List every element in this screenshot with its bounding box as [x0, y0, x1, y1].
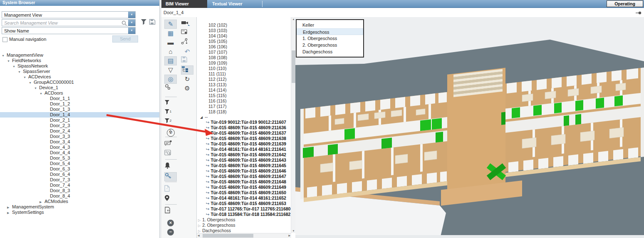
expanded-icon[interactable]: ◢ — [200, 115, 203, 119]
bim-3d-viewport[interactable]: KellerErdgeschoss1. Obergeschoss2. Oberg… — [295, 17, 644, 238]
bell-icon[interactable] — [164, 162, 177, 171]
target-select-icon[interactable]: ◎ — [164, 75, 177, 84]
export-document-icon[interactable] — [164, 207, 177, 216]
list-item[interactable]: 104 (104) — [197, 33, 291, 39]
search-input[interactable]: Search Management View ▼ — [2, 19, 136, 26]
tree-expander-icon[interactable] — [12, 64, 17, 69]
scroll-right-icon[interactable]: ▶ — [288, 234, 290, 237]
list-item[interactable]: 108 (108) — [197, 55, 291, 60]
view-selector-dropdown[interactable]: Management View ▼ — [2, 11, 136, 18]
list-item[interactable]: 109 (109) — [197, 60, 291, 66]
door-link-row[interactable]: ↪Tür-015 48609:Tür-015 48609:211639 — [197, 141, 291, 147]
manual-navigation-checkbox[interactable] — [2, 37, 7, 42]
vertical-scroll-thumb[interactable] — [292, 50, 295, 83]
floor-menu-item[interactable]: 1. Obergeschoss — [297, 35, 363, 42]
door-link-row[interactable]: ↪Tür-018 113584:Tür-018 113584:211682 — [197, 212, 291, 217]
tree-item[interactable]: Door_1_4 — [0, 112, 159, 118]
card-search-icon[interactable] — [164, 150, 177, 159]
door-link-row[interactable]: ↪Tür-015 48609:Tür-015 48609:211650 — [197, 190, 291, 195]
operating-button[interactable]: Operating — [607, 0, 643, 7]
linked-circles-icon[interactable] — [164, 84, 177, 93]
refresh-icon[interactable]: ↻ — [181, 75, 193, 84]
chevron-down-icon[interactable]: ▼ — [128, 20, 135, 26]
floor-menu-item[interactable]: Dachgeschoss — [297, 48, 363, 55]
pin-icon[interactable] — [636, 11, 642, 15]
tree-item[interactable]: Door_2_3 — [0, 123, 159, 128]
floor-menu-item[interactable]: 2. Obergeschoss — [297, 42, 363, 48]
list-item[interactable]: 111 (111) — [197, 71, 291, 77]
tree-expander-icon[interactable] — [2, 53, 7, 58]
collapsed-icon[interactable]: ▷ — [198, 218, 201, 222]
list-item[interactable]: 118 (118) — [197, 109, 291, 115]
tree-item[interactable]: SipassServer — [0, 69, 159, 74]
filter-1-icon[interactable]: 1 — [164, 100, 177, 109]
tree-item[interactable]: Door_6_3 — [0, 166, 159, 172]
floor-menu-item[interactable]: Erdgeschoss — [297, 28, 363, 35]
tree-expander-icon[interactable] — [18, 69, 23, 75]
remove-circle-icon[interactable]: − — [164, 227, 177, 236]
tab-bim-viewer[interactable]: BIM Viewer — [161, 0, 207, 8]
send-button[interactable]: Send — [112, 35, 138, 43]
door-link-row[interactable]: ↪Tür-015 48609:Tür-015 48609:211653 — [197, 201, 291, 206]
tree-item[interactable]: Door_1_1 — [0, 96, 159, 101]
camera-view-icon[interactable] — [181, 20, 193, 29]
radiation-icon[interactable]: ☢ — [164, 127, 177, 136]
tree-item[interactable]: ACModules — [0, 199, 159, 204]
hierarchy-icon[interactable] — [181, 65, 193, 75]
tree-item[interactable]: Door_5_4 — [0, 161, 159, 166]
list-item[interactable]: 114 (114) — [197, 88, 291, 93]
floor-node[interactable]: ▷1. Obergeschoss — [197, 217, 291, 223]
tree-item[interactable]: ACDoors — [0, 90, 159, 96]
tree-item[interactable]: Door_7_4 — [0, 183, 159, 188]
view-settings-icon[interactable] — [181, 29, 193, 38]
comment-flag-icon[interactable] — [164, 140, 177, 149]
collapsed-icon[interactable]: ▷ — [198, 224, 201, 228]
filter-icon[interactable] — [141, 19, 148, 25]
door-link-row[interactable]: ↪Tür-015 48609:Tür-015 48609:211649 — [197, 185, 291, 190]
chevron-down-icon[interactable]: ▼ — [128, 12, 135, 18]
scroll-left-icon[interactable]: ◀ — [198, 234, 200, 237]
tree-item[interactable]: GroupACC0000001 — [0, 80, 159, 85]
door-link-row[interactable]: ↪Tür-014 48161:Tür-014 48161:211641 — [197, 147, 291, 152]
tree-expander-icon[interactable] — [7, 210, 12, 215]
list-item[interactable]: 115 (115) — [197, 93, 291, 98]
tree-item[interactable]: Door_2_1 — [0, 118, 159, 123]
tree-expander-icon[interactable] — [23, 75, 28, 80]
tab-textual-viewer[interactable]: Textual Viewer — [212, 1, 243, 6]
save-view-icon[interactable] — [181, 56, 193, 65]
door-link-row[interactable]: ↪Tür-019 90012:Tür-019 90012:211607 — [197, 120, 291, 125]
tree-item[interactable]: Door_4_4 — [0, 150, 159, 155]
collapsed-icon[interactable]: ▷ — [198, 229, 201, 233]
door-link-row[interactable]: ↪Tür-015 48609:Tür-015 48609:211648 — [197, 179, 291, 185]
door-link-row[interactable]: ↪Tür-015 48609:Tür-015 48609:211636 — [197, 125, 291, 130]
tree-item[interactable]: Door_6_4 — [0, 172, 159, 177]
tree-item[interactable]: Door_1_3 — [0, 107, 159, 112]
settings-gear-icon[interactable]: ⚙ — [181, 84, 193, 93]
tree-item[interactable]: ManagementView — [0, 53, 159, 58]
wall-view-icon[interactable]: ▬ — [164, 38, 177, 47]
list-item[interactable]: 110 (110) — [197, 66, 291, 71]
horizontal-scrollbar[interactable]: ◀ ▶ — [197, 233, 291, 238]
filter-2-icon[interactable]: 2 — [164, 109, 177, 118]
close-circle-icon[interactable]: × — [164, 218, 177, 227]
floor-menu-item[interactable]: Keller — [297, 22, 363, 28]
tree-item[interactable]: Door_2_4 — [0, 128, 159, 134]
tree-item[interactable]: Door_3_4 — [0, 139, 159, 145]
list-item[interactable]: 106 (106) — [197, 44, 291, 50]
display-mode-dropdown[interactable]: Show Name ▼ — [2, 27, 136, 34]
undo-icon[interactable]: ↶ — [181, 47, 193, 56]
markup-pen-icon[interactable]: ✎ — [164, 20, 177, 29]
tree-expander-icon[interactable] — [40, 91, 45, 96]
door-link-row[interactable]: ↪Tür-015 48609:Tür-015 48609:211642 — [197, 152, 291, 158]
list-item[interactable]: 103 (103) — [197, 28, 291, 33]
door-link-row[interactable]: ↪Tür-015 48609:Tür-015 48609:211646 — [197, 168, 291, 174]
tree-item[interactable]: Door_1_2 — [0, 101, 159, 107]
door-link-row[interactable]: ↪Tür-015 48609:Tür-015 48609:211643 — [197, 158, 291, 163]
tree-item[interactable]: Door_7_3 — [0, 177, 159, 183]
tree-expander-icon[interactable] — [29, 80, 34, 85]
door-link-row[interactable]: ↪Tür-017 112765:Tür-017 112765:211680 — [197, 206, 291, 212]
tree-item[interactable]: Door_8_4 — [0, 193, 159, 199]
home-view-icon[interactable]: ⌂ — [164, 47, 177, 56]
list-item[interactable]: 113 (113) — [197, 82, 291, 88]
list-item[interactable]: 116 (116) — [197, 98, 291, 104]
